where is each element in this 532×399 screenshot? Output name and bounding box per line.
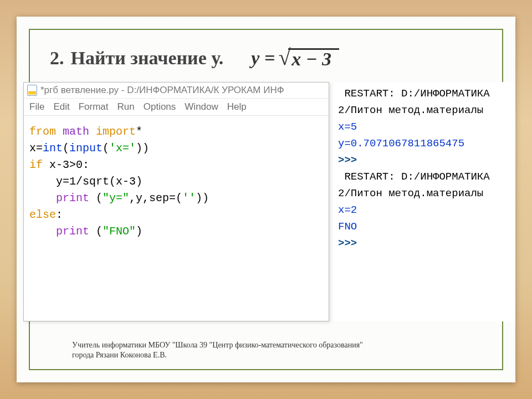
shell-prompt: >>> — [338, 237, 364, 249]
shell-input: x=2 — [338, 204, 357, 216]
code-module-math: math — [63, 125, 89, 138]
footer-credit: Учитель информатики МБОУ "Школа 39 "Цент… — [72, 340, 471, 360]
code-func-print: print — [56, 192, 89, 204]
menu-options[interactable]: Options — [144, 101, 176, 112]
code-text: ( — [89, 225, 103, 238]
menu-run[interactable]: Run — [117, 101, 135, 112]
footer-line1: Учитель информатики МБОУ "Школа 39 "Цент… — [72, 340, 471, 350]
code-text: x-3>0: — [43, 158, 89, 171]
shell-path: 2/Питон метод.материалы — [338, 104, 483, 116]
slide: 2. Найти значение у. y = √ x − 3 *ргб ве… — [17, 17, 515, 382]
editor-code-area[interactable]: from math import* x=int(input('x=')) if … — [24, 116, 329, 321]
shell-output: y=0.7071067811865475 — [338, 137, 464, 150]
python-file-icon — [27, 85, 37, 96]
slide-title: 2. Найти значение у. y = √ x − 3 — [50, 44, 482, 72]
code-text: )) — [136, 142, 149, 155]
editor-window-title: *ргб ветвление.ру - D:/ИНФОРМАТИКА/К УРО… — [40, 85, 284, 96]
formula-lhs: y = — [251, 48, 275, 69]
code-keyword-if: if — [29, 158, 43, 171]
code-keyword-else: else — [29, 208, 56, 221]
code-string: "FNO" — [103, 225, 136, 238]
shell-restart: RESTART: D:/ИНФОРМАТИКА — [338, 88, 490, 100]
python-shell-output: RESTART: D:/ИНФОРМАТИКА 2/Питон метод.ма… — [334, 82, 515, 321]
code-text: ( — [63, 142, 69, 155]
code-text: : — [56, 208, 63, 221]
shell-input: x=5 — [338, 121, 357, 133]
content-panels: *ргб ветвление.ру - D:/ИНФОРМАТИКА/К УРО… — [23, 82, 515, 321]
code-text: ) — [136, 225, 142, 238]
slide-title-text: Найти значение у. — [71, 48, 224, 69]
code-text: ,y,sep=( — [129, 192, 182, 204]
code-string: 'x=' — [109, 142, 136, 155]
code-text — [29, 192, 56, 204]
code-keyword-import: import — [96, 125, 136, 138]
menu-help[interactable]: Help — [227, 101, 247, 112]
footer-line2: города Рязани Коконова Е.В. — [72, 350, 471, 360]
code-line: y=1/sqrt(x-3) — [29, 175, 142, 188]
code-builtin-int: int — [43, 142, 63, 155]
code-text: ( — [89, 192, 103, 204]
code-text: ( — [103, 142, 109, 155]
code-func-print: print — [56, 225, 89, 238]
code-keyword-from: from — [29, 125, 56, 138]
menu-window[interactable]: Window — [185, 101, 218, 112]
shell-output: FNO — [338, 221, 357, 233]
code-editor-window: *ргб ветвление.ру - D:/ИНФОРМАТИКА/К УРО… — [23, 82, 329, 321]
slide-number: 2. — [50, 48, 64, 69]
code-text: )) — [196, 192, 209, 204]
code-string: "y=" — [103, 192, 129, 204]
editor-menubar: File Edit Format Run Options Window Help — [24, 99, 329, 116]
code-builtin-input: input — [69, 142, 103, 155]
sqrt-expression: √ x − 3 — [278, 48, 339, 69]
menu-file[interactable]: File — [29, 101, 44, 112]
shell-path: 2/Питон метод.материалы — [338, 187, 483, 200]
code-text: x= — [29, 142, 43, 155]
code-text — [29, 225, 56, 238]
sqrt-radicand: x − 3 — [288, 48, 339, 69]
menu-format[interactable]: Format — [79, 101, 109, 112]
code-string: '' — [182, 192, 196, 204]
code-star: * — [136, 125, 142, 138]
shell-restart: RESTART: D:/ИНФОРМАТИКА — [338, 171, 490, 183]
menu-edit[interactable]: Edit — [53, 101, 69, 112]
editor-titlebar: *ргб ветвление.ру - D:/ИНФОРМАТИКА/К УРО… — [24, 83, 329, 99]
shell-prompt: >>> — [338, 154, 364, 166]
slide-formula: y = √ x − 3 — [251, 48, 339, 69]
